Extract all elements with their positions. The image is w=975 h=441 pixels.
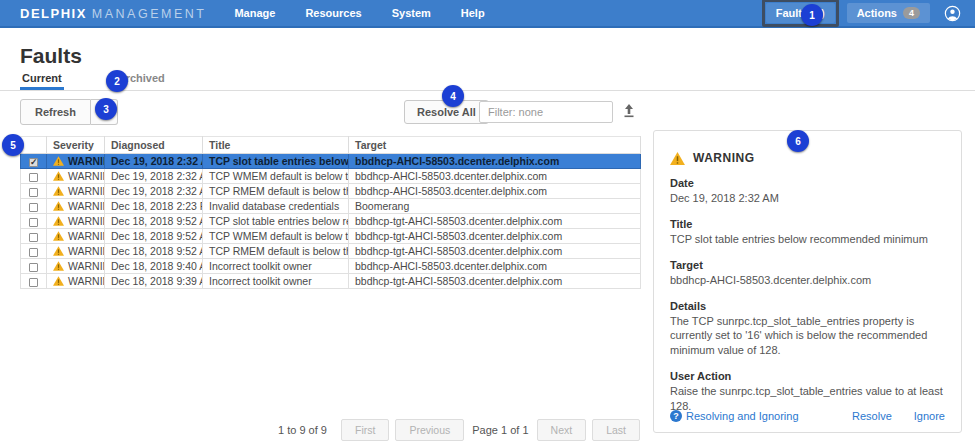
logo-secondary: MANAGEMENT (92, 7, 207, 21)
table-row[interactable]: WARNINGDec 19, 2018 2:32 AMTCP RMEM defa… (21, 184, 641, 199)
row-severity: WARNING (68, 170, 105, 182)
delphix-logo: DELPHIX MANAGEMENT (20, 6, 206, 21)
nav-system[interactable]: System (392, 7, 431, 19)
pagination-page-indicator: Page 1 of 1 (472, 424, 528, 436)
detail-severity: WARNING (693, 151, 755, 165)
pagination-last-button[interactable]: Last (592, 419, 640, 441)
pagination-bar: 1 to 9 of 9 First Previous Page 1 of 1 N… (20, 419, 640, 441)
row-severity: WARNING (68, 185, 105, 197)
detail-user-action-label: User Action (670, 370, 945, 382)
row-target: bbdhcp-tgt-AHCI-58503.dcenter.delphix.co… (349, 229, 641, 244)
row-checkbox[interactable] (29, 278, 38, 287)
resolve-link[interactable]: Resolve (852, 410, 892, 422)
row-title: Invalid database credentials (203, 199, 349, 214)
detail-target-label: Target (670, 259, 945, 271)
table-row[interactable]: WARNINGDec 18, 2018 9:52 AMTCP WMEM defa… (21, 229, 641, 244)
row-diagnosed: Dec 18, 2018 9:52 AM (105, 214, 203, 229)
warning-icon (53, 216, 64, 226)
warning-icon (670, 152, 685, 165)
row-diagnosed: Dec 19, 2018 2:32 AM (105, 154, 203, 169)
warning-icon (53, 261, 64, 271)
table-row[interactable]: WARNINGDec 18, 2018 9:39 AMIncorrect too… (21, 274, 641, 289)
row-diagnosed: Dec 18, 2018 9:52 AM (105, 229, 203, 244)
table-row[interactable]: WARNINGDec 18, 2018 2:23 PMInvalid datab… (21, 199, 641, 214)
row-diagnosed: Dec 18, 2018 9:39 AM (105, 274, 203, 289)
help-link-label: Resolving and Ignoring (686, 410, 799, 422)
row-severity: WARNING (68, 230, 105, 242)
top-navigation-bar: DELPHIX MANAGEMENT Manage Resources Syst… (0, 0, 975, 28)
column-header-diagnosed[interactable]: Diagnosed (105, 137, 203, 154)
row-target: bbdhcp-AHCI-58503.dcenter.delphix.com (349, 154, 641, 169)
row-severity: WARNING (68, 245, 105, 257)
annotation-marker-4: 4 (442, 85, 464, 107)
warning-icon (53, 186, 64, 196)
table-row[interactable]: WARNINGDec 18, 2018 9:52 AMTCP RMEM defa… (21, 244, 641, 259)
column-header-severity[interactable]: Severity (47, 137, 105, 154)
warning-icon (53, 231, 64, 241)
nav-manage[interactable]: Manage (234, 7, 275, 19)
column-header-title[interactable]: Title (203, 137, 349, 154)
table-row[interactable]: WARNINGDec 19, 2018 2:32 AMTCP WMEM defa… (21, 169, 641, 184)
annotation-marker-1: 1 (801, 4, 823, 26)
table-row[interactable]: WARNINGDec 18, 2018 9:52 AMTCP slot tabl… (21, 214, 641, 229)
actions-button-label: Actions (857, 7, 897, 19)
row-target: bbdhcp-tgt-AHCI-58503.dcenter.delphix.co… (349, 274, 641, 289)
warning-icon (53, 246, 64, 256)
select-column-header (21, 137, 47, 154)
row-diagnosed: Dec 18, 2018 9:52 AM (105, 244, 203, 259)
row-severity: WARNING (68, 155, 105, 167)
actions-button[interactable]: Actions 4 (847, 3, 930, 23)
row-checkbox[interactable] (29, 203, 38, 212)
row-title: Incorrect toolkit owner (203, 274, 349, 289)
row-checkbox[interactable] (29, 173, 38, 182)
row-diagnosed: Dec 18, 2018 9:40 AM (105, 259, 203, 274)
row-target: bbdhcp-tgt-AHCI-58503.dcenter.delphix.co… (349, 244, 641, 259)
pagination-next-button[interactable]: Next (537, 419, 587, 441)
faults-table: Severity Diagnosed Title Target WARNINGD… (20, 136, 641, 289)
nav-resources[interactable]: Resources (305, 7, 361, 19)
table-row[interactable]: WARNINGDec 19, 2018 2:32 AMTCP slot tabl… (21, 154, 641, 169)
detail-date-value: Dec 19, 2018 2:32 AM (670, 191, 945, 206)
pagination-range: 1 to 9 of 9 (278, 424, 327, 436)
warning-icon (53, 156, 64, 166)
row-target: bbdhcp-AHCI-58503.dcenter.delphix.com (349, 259, 641, 274)
row-title: TCP slot table entries below recommended… (203, 154, 349, 169)
pagination-previous-button[interactable]: Previous (395, 419, 464, 441)
row-severity: WARNING (68, 275, 105, 287)
user-profile-icon[interactable] (944, 5, 961, 22)
warning-icon (53, 201, 64, 211)
annotation-marker-5: 5 (2, 134, 24, 156)
row-checkbox[interactable] (29, 233, 38, 242)
row-checkbox[interactable] (29, 158, 38, 167)
row-checkbox[interactable] (29, 188, 38, 197)
pagination-first-button[interactable]: First (341, 419, 389, 441)
detail-details-value: The TCP sunrpc.tcp_slot_table_entries pr… (670, 314, 945, 359)
annotation-marker-6: 6 (787, 130, 809, 152)
export-icon[interactable] (620, 102, 638, 120)
row-target: bbdhcp-tgt-AHCI-58503.dcenter.delphix.co… (349, 214, 641, 229)
help-question-icon: ? (670, 410, 682, 422)
ignore-link[interactable]: Ignore (914, 410, 945, 422)
logo-primary: DELPHIX (20, 6, 87, 21)
row-title: TCP slot table entries below recommended… (203, 214, 349, 229)
row-checkbox[interactable] (29, 248, 38, 257)
row-checkbox[interactable] (29, 218, 38, 227)
annotation-marker-2: 2 (106, 70, 128, 92)
resolving-and-ignoring-link[interactable]: ? Resolving and Ignoring (670, 410, 799, 422)
row-target: bbdhcp-AHCI-58503.dcenter.delphix.com (349, 184, 641, 199)
row-target: bbdhcp-AHCI-58503.dcenter.delphix.com (349, 169, 641, 184)
row-checkbox[interactable] (29, 263, 38, 272)
detail-title-label: Title (670, 218, 945, 230)
row-title: TCP RMEM default is below the recommende… (203, 184, 349, 199)
row-title: TCP WMEM default is below the recommende… (203, 169, 349, 184)
page-title: Faults (20, 44, 82, 68)
tab-bar: Current Archived (0, 72, 975, 91)
nav-help[interactable]: Help (461, 7, 485, 19)
column-header-target[interactable]: Target (349, 137, 641, 154)
detail-date-label: Date (670, 177, 945, 189)
table-row[interactable]: WARNINGDec 18, 2018 9:40 AMIncorrect too… (21, 259, 641, 274)
filter-input[interactable] (479, 101, 613, 123)
refresh-button[interactable]: Refresh (20, 99, 91, 125)
tab-current[interactable]: Current (20, 72, 64, 90)
row-diagnosed: Dec 19, 2018 2:32 AM (105, 184, 203, 199)
